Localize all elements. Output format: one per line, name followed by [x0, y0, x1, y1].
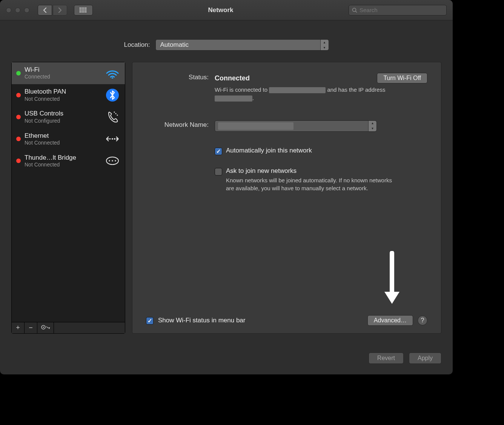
location-value: Automatic: [160, 41, 189, 49]
ask-join-checkbox[interactable]: [215, 168, 222, 176]
grid-icon: [80, 8, 87, 13]
service-name: Wi-Fi: [25, 66, 101, 74]
svg-point-12: [353, 8, 356, 11]
auto-join-label: Automatically join this network: [226, 147, 312, 154]
status-label: Status:: [146, 73, 209, 81]
location-row: Location: Automatic ▲▼: [11, 39, 441, 51]
service-name: Ethernet: [25, 132, 101, 140]
status-dot: [16, 159, 21, 163]
bluetooth-icon: [104, 88, 120, 102]
service-status: Connected: [25, 74, 101, 80]
status-dot: [16, 115, 21, 119]
svg-rect-10: [83, 11, 85, 12]
redacted-ip: [215, 95, 252, 102]
content: Location: Automatic ▲▼ Wi-Fi Connected: [0, 20, 453, 345]
services-sidebar: Wi-Fi Connected Bluetooth PAN Not Connec…: [11, 62, 125, 334]
status-description: Wi-Fi is connected to and has the IP add…: [215, 86, 388, 102]
svg-rect-11: [85, 11, 86, 12]
service-status: Not Connected: [25, 140, 101, 146]
svg-rect-1: [81, 8, 83, 9]
svg-point-23: [109, 160, 110, 162]
detail-pane: Status: Connected Turn Wi-Fi Off Wi-Fi i…: [132, 62, 441, 334]
chevron-left-icon: [43, 8, 47, 13]
sidebar-item-ethernet[interactable]: Ethernet Not Connected: [12, 128, 125, 150]
service-status: Not Connected: [25, 162, 101, 168]
show-all-button[interactable]: [74, 5, 93, 15]
status-value: Connected: [215, 74, 250, 82]
svg-rect-3: [85, 8, 86, 9]
sidebar-item-thunderbolt-bridge[interactable]: Thunde…lt Bridge Not Connected: [12, 150, 125, 172]
svg-point-27: [43, 327, 44, 328]
svg-line-13: [356, 11, 357, 12]
service-name: Thunde…lt Bridge: [25, 154, 101, 162]
help-button[interactable]: ?: [418, 316, 427, 325]
zoom-light[interactable]: [24, 8, 29, 13]
svg-point-24: [112, 160, 113, 162]
status-dot: [16, 137, 21, 141]
ask-join-row: Ask to join new networks Known networks …: [215, 167, 427, 193]
svg-point-17: [117, 114, 118, 115]
minimize-light[interactable]: [15, 8, 20, 13]
service-name: Bluetooth PAN: [25, 88, 101, 95]
svg-point-19: [112, 138, 113, 140]
phone-icon: [104, 111, 120, 123]
add-service-button[interactable]: +: [12, 322, 25, 333]
svg-rect-9: [81, 11, 83, 12]
svg-rect-5: [81, 9, 83, 11]
back-button[interactable]: [38, 5, 52, 15]
services-list: Wi-Fi Connected Bluetooth PAN Not Connec…: [12, 62, 125, 322]
svg-rect-4: [80, 9, 81, 11]
svg-point-18: [114, 111, 115, 112]
ethernet-icon: [104, 156, 120, 166]
location-label: Location:: [124, 41, 150, 49]
status-dot: [16, 71, 21, 75]
ask-join-hint: Known networks will be joined automatica…: [226, 176, 392, 193]
search-box[interactable]: [349, 5, 447, 15]
status-dot: [16, 93, 21, 97]
gear-icon: [41, 325, 48, 330]
svg-point-20: [114, 138, 115, 140]
network-name-label: Network Name:: [146, 120, 209, 129]
revert-button[interactable]: Revert: [369, 353, 404, 364]
window-footer: Revert Apply: [0, 345, 453, 374]
apply-button[interactable]: Apply: [409, 353, 441, 364]
stepper-icon: ▲▼: [368, 121, 376, 131]
svg-point-14: [112, 77, 114, 78]
redacted-network-name: [218, 122, 293, 130]
nav-buttons: [38, 5, 67, 15]
service-status: Not Configured: [25, 118, 101, 124]
auto-join-checkbox[interactable]: [215, 148, 222, 155]
sidebar-item-wifi[interactable]: Wi-Fi Connected: [12, 62, 125, 84]
redacted-ssid: [269, 87, 326, 93]
service-name: USB Controls: [25, 110, 101, 117]
window-controls: [6, 8, 29, 13]
ethernet-icon: [104, 134, 120, 144]
titlebar: Network: [0, 0, 453, 20]
svg-rect-7: [85, 9, 86, 11]
actions-menu-button[interactable]: ▾: [37, 322, 54, 333]
forward-button[interactable]: [53, 5, 67, 15]
show-status-checkbox[interactable]: [146, 317, 154, 325]
sidebar-footer: + − ▾: [12, 322, 125, 333]
service-status: Not Connected: [25, 96, 101, 102]
wifi-toggle-button[interactable]: Turn Wi-Fi Off: [377, 73, 427, 83]
sidebar-item-bluetooth-pan[interactable]: Bluetooth PAN Not Connected: [12, 84, 125, 106]
auto-join-row: Automatically join this network: [215, 147, 427, 155]
detail-bottom-row: Show Wi-Fi status in menu bar Advanced… …: [146, 315, 427, 326]
wifi-icon: [104, 68, 120, 79]
show-status-label: Show Wi-Fi status in menu bar: [158, 317, 363, 324]
svg-point-25: [115, 160, 116, 162]
close-light[interactable]: [6, 8, 11, 13]
svg-rect-0: [80, 8, 81, 9]
advanced-button[interactable]: Advanced…: [367, 315, 413, 326]
svg-rect-2: [83, 8, 85, 9]
search-input[interactable]: [360, 7, 443, 13]
network-name-select[interactable]: ▲▼: [215, 120, 377, 132]
ask-join-label: Ask to join new networks: [226, 167, 392, 175]
window-title: Network: [97, 6, 345, 14]
svg-point-16: [115, 113, 117, 114]
remove-service-button[interactable]: −: [25, 322, 37, 333]
chevron-right-icon: [58, 8, 62, 13]
location-select[interactable]: Automatic ▲▼: [155, 39, 329, 51]
sidebar-item-usb-controls[interactable]: USB Controls Not Configured: [12, 106, 125, 128]
